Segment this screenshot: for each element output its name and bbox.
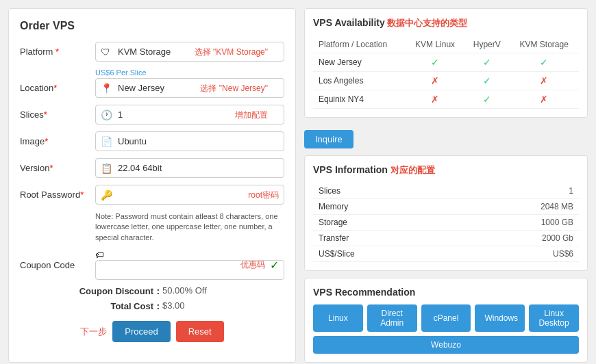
cross-icon: ✗ [540, 75, 548, 86]
recommendation-button[interactable]: Linux [313, 304, 363, 332]
location-select[interactable]: New Jersey [95, 78, 284, 98]
table-row: Equinix NY4✗✓✗ [313, 90, 579, 109]
slices-input-wrap: 🕐 1 增加配置 [95, 105, 284, 125]
image-label: Image* [20, 136, 95, 146]
password-input-wrap: 🔑 &RC7Cz48 root密码 [95, 185, 284, 205]
location-label: Location* [20, 83, 95, 93]
cross-icon: ✗ [431, 75, 439, 86]
check-icon: ✓ [431, 57, 439, 68]
slices-row: Slices* 🕐 1 增加配置 [20, 105, 284, 125]
check-icon: ✓ [483, 94, 491, 105]
recommendation-button[interactable]: Direct Admin [367, 304, 417, 332]
info-value: 1 [451, 183, 579, 199]
slices-select[interactable]: 1 [95, 105, 284, 125]
discount-label: Coupon Discount： [73, 285, 162, 298]
discount-row: Coupon Discount： 50.00% Off [20, 285, 284, 298]
col-header-kvm-linux: KVM Linux [406, 36, 464, 53]
recommendation-button[interactable]: Linux Desktop [529, 304, 579, 332]
recommendation-button[interactable]: Windows [475, 304, 525, 332]
info-value: 1000 GB [451, 215, 579, 231]
order-form-panel: Order VPS Platform * 🛡 KVM Storage 选择 "K… [8, 8, 296, 363]
info-label: Slices [313, 183, 451, 199]
info-table: Slices1Memory2048 MBStorage1000 GBTransf… [313, 183, 579, 262]
col-header-hyperv: HyperV [464, 36, 509, 53]
inquire-button[interactable]: Inquire [304, 130, 353, 148]
image-select[interactable]: Ubuntu [95, 131, 284, 151]
info-title: VPS Information 对应的配置 [313, 164, 579, 177]
info-row: US$/SliceUS$6 [313, 246, 579, 262]
info-row: Transfer2000 Gb [313, 231, 579, 246]
coupon-check-icon: ✓ [270, 259, 279, 272]
check-icon: ✓ [483, 57, 491, 68]
location-cell: Los Angeles [313, 72, 406, 90]
info-row: Memory2048 MB [313, 199, 579, 215]
table-row: New Jersey✓✓✓ [313, 53, 579, 72]
info-label: Transfer [313, 231, 451, 246]
col-header-kvm-storage: KVM Storage [509, 36, 579, 53]
password-hint: root密码 [248, 189, 279, 200]
proceed-button[interactable]: Proceed [112, 321, 170, 342]
image-row: Image* 📄 Ubuntu [20, 131, 284, 151]
check-icon: ✓ [483, 75, 491, 86]
password-row: Root Password* 🔑 &RC7Cz48 root密码 [20, 185, 284, 205]
step-label: 下一步 [80, 326, 107, 338]
location-row: Location* 📍 New Jersey 选择 "New Jersey" [20, 78, 284, 98]
recommendation-button[interactable]: Webuzo [313, 336, 579, 354]
info-card: VPS Information 对应的配置 Slices1Memory2048 … [304, 155, 588, 271]
price-hint: US$6 Per Slice [95, 68, 284, 77]
coupon-input-wrap: 🏷 happybirthdaylala 优惠码 ✓ [95, 250, 284, 280]
cross-icon: ✗ [431, 94, 439, 105]
platform-label: Platform * [20, 47, 95, 57]
version-select[interactable]: 22.04 64bit [95, 158, 284, 178]
recommendation-title: VPS Recommendation [313, 287, 579, 298]
coupon-icon: 🏷 [95, 250, 104, 260]
info-value: 2000 Gb [451, 231, 579, 246]
inquire-wrap: Inquire [304, 125, 588, 148]
info-row: Storage1000 GB [313, 215, 579, 231]
version-input-wrap: 📋 22.04 64bit [95, 158, 284, 178]
reset-button[interactable]: Reset [176, 321, 224, 342]
info-label: Storage [313, 215, 451, 231]
total-label: Total Cost： [73, 300, 162, 313]
image-input-wrap: 📄 Ubuntu [95, 131, 284, 151]
location-input-wrap: 📍 New Jersey 选择 "New Jersey" [95, 78, 284, 98]
recommendation-button[interactable]: cPanel [421, 304, 471, 332]
info-label: Memory [313, 199, 451, 215]
total-value: $3.00 [162, 300, 231, 313]
password-label: Root Password* [20, 190, 95, 200]
platform-select[interactable]: KVM Storage [95, 42, 284, 62]
info-row: Slices1 [313, 183, 579, 199]
version-row: Version* 📋 22.04 64bit [20, 158, 284, 178]
page-title: Order VPS [20, 20, 284, 32]
footer-row: 下一步 Proceed Reset [20, 321, 284, 342]
info-value: 2048 MB [451, 199, 579, 215]
recommendation-card: VPS Recommendation LinuxDirect AdmincPan… [304, 278, 588, 363]
platform-input-wrap: 🛡 KVM Storage 选择 "KVM Storage" [95, 42, 284, 62]
platform-row: Platform * 🛡 KVM Storage 选择 "KVM Storage… [20, 42, 284, 62]
check-icon: ✓ [540, 57, 548, 68]
cross-icon: ✗ [540, 94, 548, 105]
coupon-row: Coupon Code 🏷 happybirthdaylala 优惠码 ✓ [20, 250, 284, 280]
info-label: US$/Slice [313, 246, 451, 262]
total-row: Total Cost： $3.00 [20, 300, 284, 313]
recommendation-buttons: LinuxDirect AdmincPanelWindowsLinux Desk… [313, 304, 579, 354]
right-panel: VPS Availability 数据中心支持的类型 Platform / Lo… [304, 8, 588, 363]
version-label: Version* [20, 163, 95, 173]
availability-card: VPS Availability 数据中心支持的类型 Platform / Lo… [304, 8, 588, 118]
password-note: Note: Password must contain atleast 8 ch… [95, 211, 284, 243]
col-header-location: Platform / Location [313, 36, 406, 53]
info-value: US$6 [451, 246, 579, 262]
availability-table: Platform / Location KVM Linux HyperV KVM… [313, 36, 579, 109]
location-cell: New Jersey [313, 53, 406, 72]
coupon-label: Coupon Code [20, 260, 95, 270]
availability-title: VPS Availability 数据中心支持的类型 [313, 17, 579, 29]
discount-value: 50.00% Off [162, 285, 231, 298]
table-row: Los Angeles✗✓✗ [313, 72, 579, 90]
slices-label: Slices* [20, 109, 95, 120]
coupon-hint: 优惠码 [240, 259, 265, 271]
location-cell: Equinix NY4 [313, 90, 406, 109]
